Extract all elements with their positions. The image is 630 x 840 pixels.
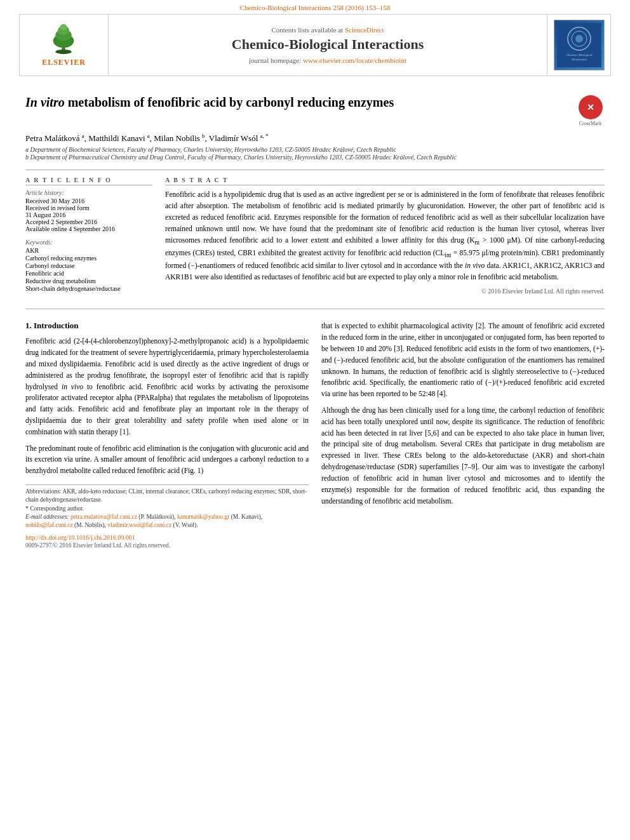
intro-paragraph-2: The predominant route of fenofibric acid… <box>25 443 309 477</box>
article-info-header: A R T I C L E I N F O <box>25 177 152 185</box>
elsevier-tree-icon <box>44 23 83 55</box>
elsevier-text: ELSEVIER <box>42 58 86 67</box>
author-3: Milan Nobilis <box>154 133 200 143</box>
intro-paragraph-1: Fenofibric acid (2-[4-(4-chlorobenzoyl)p… <box>25 336 309 437</box>
section-number: 1. <box>25 321 34 330</box>
keyword-1: AKR <box>25 247 152 254</box>
journal-ref-text: Chemico-Biological Interactions 258 (201… <box>240 4 390 11</box>
email-link-1[interactable]: petra.malatova@faf.cuni.cz <box>70 514 137 520</box>
article-history: Article history: Received 30 May 2016 Re… <box>25 189 152 232</box>
keyword-5: Reductive drug metabolism <box>25 277 152 284</box>
received-revised-label: Received in revised form <box>25 204 152 211</box>
journal-homepage-line: journal homepage: www.elsevier.com/locat… <box>249 57 406 64</box>
elsevier-logo-section: ELSEVIER <box>20 15 109 76</box>
intro-section-title: 1. Introduction <box>25 321 309 331</box>
abstract-text: Fenofibric acid is a hypolipidemic drug … <box>165 189 605 283</box>
journal-cover-thumbnail: Chemico-Biological Interactions <box>547 15 610 76</box>
available-online: Available online 4 September 2016 <box>25 225 152 232</box>
sciencedirect-link[interactable]: ScienceDirect <box>345 26 384 34</box>
issn-line: 0009-2797/© 2016 Elsevier Ireland Ltd. A… <box>25 542 309 549</box>
body-divider <box>25 309 605 309</box>
copyright-line: © 2016 Elsevier Ireland Ltd. All rights … <box>165 288 605 295</box>
keywords-list: AKR Carbonyl reducing enzymes Carbonyl r… <box>25 247 152 292</box>
crossmark-label: CrossMark <box>579 121 602 126</box>
body-left-col: 1. Introduction Fenofibric acid (2-[4-(4… <box>25 321 309 548</box>
main-content: In vitro metabolism of fenofibric acid b… <box>0 76 630 561</box>
right-paragraph-2: Although the drug has been clinically us… <box>321 405 605 507</box>
article-title-section: In vitro metabolism of fenofibric acid b… <box>25 94 605 126</box>
right-paragraph-1: that is expected to exhibit pharmacologi… <box>321 321 605 400</box>
article-title: In vitro metabolism of fenofibric acid b… <box>25 94 566 110</box>
body-section: 1. Introduction Fenofibric acid (2-[4-(4… <box>25 321 605 548</box>
mini-cover-graphic: Chemico-Biological Interactions <box>557 23 601 67</box>
svg-point-9 <box>575 35 583 43</box>
elsevier-logo: ELSEVIER <box>42 23 86 67</box>
author-1: Petra Malátková <box>25 133 80 143</box>
journal-title: Chemico-Biological Interactions <box>232 36 424 53</box>
title-italic-part: In vitro <box>25 95 65 109</box>
email-link-2[interactable]: kanumatik@yahoo.gr <box>177 514 229 520</box>
journal-title-section: Contents lists available at ScienceDirec… <box>109 15 547 76</box>
journal-homepage-link[interactable]: www.elsevier.com/locate/chembioint <box>303 57 406 64</box>
footnote-corresponding: * Corresponding author. <box>25 505 309 513</box>
author-4: Vladimír Wsól <box>209 133 258 143</box>
affiliation-2: b Department of Pharmaceutical Chemistry… <box>25 154 605 161</box>
affiliation-1: a Department of Biochemical Sciences, Fa… <box>25 146 605 153</box>
svg-point-1 <box>56 49 72 53</box>
received-date: Received 30 May 2016 <box>25 197 152 204</box>
title-main-part: metabolism of fenofibric acid by carbony… <box>65 95 394 109</box>
crossmark-icon: ✕ <box>579 95 603 119</box>
accepted-date: Accepted 2 September 2016 <box>25 218 152 225</box>
history-label: Article history: <box>25 189 152 196</box>
affiliations: a Department of Biochemical Sciences, Fa… <box>25 146 605 161</box>
svg-point-5 <box>60 23 67 29</box>
keyword-2: Carbonyl reducing enzymes <box>25 255 152 262</box>
journal-header: ELSEVIER Contents lists available at Sci… <box>19 14 611 76</box>
authors-line: Petra Malátková a, Matthildi Kanavi a, M… <box>25 133 605 143</box>
keyword-6: Short-chain dehydrogenase/reductase <box>25 285 152 292</box>
crossmark-badge[interactable]: ✕ CrossMark <box>576 95 605 126</box>
email-link-4[interactable]: vladimir.wsol@faf.cuni.cz <box>107 522 171 528</box>
email-link-3[interactable]: nobilis@faf.cuni.cz <box>25 522 73 528</box>
footnote-email: E-mail addresses: petra.malatova@faf.cun… <box>25 513 309 530</box>
keywords-label: Keywords: <box>25 239 152 246</box>
doi-line: http://dx.doi.org/10.1016/j.cbi.2016.09.… <box>25 534 309 541</box>
section-divider <box>25 170 605 170</box>
keyword-4: Fenofibric acid <box>25 270 152 277</box>
revised-date: 31 August 2016 <box>25 211 152 218</box>
author-2: Matthildi Kanavi <box>88 133 145 143</box>
contents-line: Contents lists available at ScienceDirec… <box>271 26 384 34</box>
svg-text:Chemico-Biological: Chemico-Biological <box>566 53 592 57</box>
keyword-3: Carbonyl reductase <box>25 262 152 269</box>
abstract-header: A B S T R A C T <box>165 177 605 185</box>
footnote-divider <box>25 484 309 485</box>
doi-link[interactable]: http://dx.doi.org/10.1016/j.cbi.2016.09.… <box>25 534 135 541</box>
section-name: Introduction <box>34 321 79 330</box>
info-abstract-section: A R T I C L E I N F O Article history: R… <box>25 177 605 298</box>
journal-reference: Chemico-Biological Interactions 258 (201… <box>0 0 630 14</box>
mini-cover: Chemico-Biological Interactions <box>554 20 605 70</box>
keywords-section: Keywords: AKR Carbonyl reducing enzymes … <box>25 239 152 292</box>
svg-text:Interactions: Interactions <box>572 58 587 61</box>
abstract-column: A B S T R A C T Fenofibric acid is a hyp… <box>165 177 605 298</box>
article-info-column: A R T I C L E I N F O Article history: R… <box>25 177 152 298</box>
body-right-col: that is expected to exhibit pharmacologi… <box>321 321 605 548</box>
footnote-abbreviations: Abbreviations: AKR, aldo-keto reductase;… <box>25 488 309 505</box>
